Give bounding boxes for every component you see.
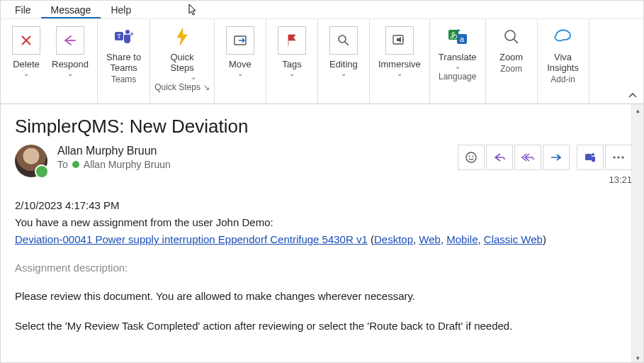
svg-text:a: a (460, 35, 465, 43)
dialog-launcher-icon[interactable]: ↘ (203, 83, 210, 91)
presence-available-icon (72, 161, 79, 168)
assignment-description-label: Assignment description: (15, 260, 632, 276)
email-body: 2/10/2023 4:17:43 PM You have a new assi… (15, 185, 632, 334)
menu-help[interactable]: Help (101, 1, 141, 18)
share-to-teams-button[interactable]: T Share to Teams (102, 22, 145, 73)
svg-point-18 (617, 156, 619, 158)
viva-insights-button[interactable]: Viva Insights (542, 22, 584, 73)
group-label-zoom: Zoom (500, 62, 522, 75)
react-button[interactable] (458, 145, 485, 170)
respond-button[interactable]: Respond ⌄ (47, 22, 93, 77)
svg-text:あ: あ (449, 30, 457, 39)
body-paragraph: Select the 'My Review Task Completed' ac… (15, 318, 632, 334)
flag-icon (278, 26, 306, 55)
open-mobile-link[interactable]: Mobile (446, 233, 478, 245)
reply-icon (56, 26, 84, 55)
message-actions-toolbar (458, 145, 632, 170)
message-pane: SimplerQMS: New Deviation Allan Murphy B… (1, 104, 643, 363)
ribbon: Delete ⌄ Respond ⌄ . T Share to Teams Te… (1, 19, 643, 104)
group-label-teams: Teams (111, 73, 136, 86)
zoom-button[interactable]: Zoom (490, 22, 533, 62)
open-web-link[interactable]: Web (419, 233, 441, 245)
body-paragraph: Please review this document. You are all… (15, 289, 632, 304)
delete-button[interactable]: Delete ⌄ (5, 22, 47, 77)
svg-point-11 (505, 30, 515, 40)
reply-button[interactable] (486, 145, 513, 170)
sender-name: Allan Murphy Bruun (57, 145, 448, 157)
search-icon (329, 26, 358, 55)
tags-button[interactable]: Tags ⌄ (271, 22, 313, 77)
open-desktop-link[interactable]: Desktop (374, 233, 413, 245)
svg-point-16 (592, 153, 594, 156)
group-label-quicksteps: Quick Steps (154, 82, 200, 92)
deviation-link[interactable]: Deviation-00041 Power supply interruptio… (15, 233, 368, 245)
body-date-line: 2/10/2023 4:17:43 PM (15, 198, 632, 213)
group-label-addin: Add-in (550, 73, 575, 86)
svg-point-5 (339, 35, 346, 43)
lightning-icon (168, 26, 196, 48)
editing-button[interactable]: Editing ⌄ (322, 22, 365, 77)
group-label-language: Language (439, 70, 476, 83)
speaker-icon (385, 26, 414, 55)
svg-point-19 (621, 156, 623, 158)
magnifier-icon (497, 26, 526, 48)
svg-point-12 (466, 152, 476, 162)
menu-message[interactable]: Message (41, 1, 101, 18)
teams-chat-button[interactable] (577, 145, 604, 170)
recipient-name: Allan Murphy Bruun (84, 159, 171, 170)
chevron-down-icon: ⌄ (23, 69, 29, 77)
chevron-down-icon: ⌄ (67, 69, 73, 77)
more-actions-button[interactable] (605, 145, 632, 170)
svg-rect-15 (585, 154, 592, 160)
svg-point-14 (473, 156, 474, 157)
email-subject: SimplerQMS: New Deviation (15, 111, 632, 145)
move-icon (226, 26, 254, 55)
svg-point-17 (613, 156, 615, 158)
forward-button[interactable] (543, 145, 570, 170)
viva-icon (549, 26, 577, 48)
scroll-up-button[interactable]: ▴ (632, 104, 643, 116)
received-time: 13:21 (458, 174, 632, 185)
quick-steps-button[interactable]: Quick Steps ⌄ (161, 22, 203, 81)
svg-text:T: T (117, 33, 121, 40)
svg-point-3 (130, 33, 132, 35)
immersive-button[interactable]: Immersive ⌄ (374, 22, 425, 77)
vertical-scrollbar[interactable]: ▴ ▾ (631, 104, 643, 363)
translate-button[interactable]: あa Translate ⌄ (434, 22, 481, 70)
reply-all-button[interactable] (514, 145, 541, 170)
scroll-down-button[interactable]: ▾ (632, 352, 643, 363)
collapse-ribbon-button[interactable] (628, 92, 638, 99)
translate-icon: あa (444, 26, 472, 48)
to-label: To (57, 159, 68, 170)
teams-icon: T (110, 26, 138, 48)
menu-file[interactable]: File (5, 1, 41, 18)
body-assignment-line: You have a new assignment from the user … (15, 215, 632, 230)
svg-point-2 (125, 30, 130, 34)
delete-icon (12, 26, 40, 55)
svg-point-13 (469, 156, 470, 157)
sender-avatar[interactable] (15, 145, 47, 177)
move-button[interactable]: Move ⌄ (219, 22, 261, 77)
open-classic-web-link[interactable]: Classic Web (484, 233, 543, 245)
menu-bar: File Message Help (1, 1, 643, 19)
